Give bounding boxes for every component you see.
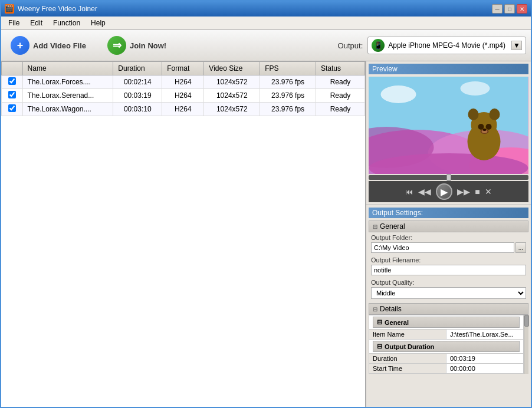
preview-video — [369, 77, 528, 174]
main-content: Name Duration Format Video Size FPS Stat… — [1, 61, 531, 407]
join-now-button[interactable]: ⇒ Join Now! — [103, 34, 171, 57]
browse-folder-button[interactable]: ... — [515, 242, 526, 253]
file-table: Name Duration Format Video Size FPS Stat… — [1, 61, 365, 116]
right-panel: Preview — [366, 61, 531, 407]
preview-image — [369, 77, 528, 174]
col-header-duration[interactable]: Duration — [113, 62, 162, 75]
output-format-arrow[interactable]: ▼ — [511, 41, 522, 50]
row-status: Ready — [316, 103, 364, 116]
play-button[interactable]: ▶ — [436, 183, 452, 200]
forward-button[interactable]: ▶▶ — [457, 187, 470, 196]
output-filename-input[interactable] — [371, 265, 526, 275]
output-folder-row: Output Folder: ... — [369, 232, 528, 255]
output-filename-input-row — [371, 265, 526, 275]
col-header-format[interactable]: Format — [162, 62, 204, 75]
output-quality-label: Output Quality: — [371, 279, 526, 286]
row-format: H264 — [162, 103, 204, 116]
general-collapse-icon: ⊟ — [373, 223, 377, 230]
row-checkbox-cell[interactable] — [2, 89, 23, 103]
row-duration: 00:03:19 — [113, 89, 162, 103]
join-now-icon: ⇒ — [107, 36, 126, 55]
menu-file[interactable]: File — [4, 18, 24, 28]
output-duration-collapse-icon: ⊟ — [377, 343, 382, 350]
output-duration-header: ⊟ Output Duration — [373, 341, 520, 352]
menu-help[interactable]: Help — [86, 18, 110, 28]
add-video-label: Add Video File — [33, 41, 86, 50]
row-checkbox[interactable] — [8, 77, 16, 85]
details-scrollbar[interactable] — [524, 315, 528, 374]
col-header-name[interactable]: Name — [22, 62, 113, 75]
duration-row: Duration 00:03:19 — [369, 354, 524, 364]
title-bar-buttons: ─ □ ✕ — [492, 4, 527, 14]
add-video-button[interactable]: + Add Video File — [6, 34, 91, 57]
general-sub-label: General — [385, 319, 409, 326]
row-duration: 00:02:14 — [113, 75, 162, 89]
details-section-label: Details — [380, 305, 402, 313]
join-now-label: Join Now! — [130, 41, 166, 50]
rewind-button[interactable]: ◀◀ — [418, 187, 431, 196]
item-name-value: J:\test\The.Lorax.Se... — [446, 330, 524, 340]
table-row[interactable]: The.Lorax.Forces.... 00:02:14 H264 1024x… — [2, 75, 365, 89]
output-label: Output: — [338, 41, 363, 50]
row-name: The.Lorax.Forces.... — [22, 75, 113, 89]
output-folder-input[interactable] — [371, 242, 514, 253]
scrollbar-thumb[interactable] — [524, 315, 529, 327]
preview-controls: ⏮ ◀◀ ▶ ▶▶ ■ ✕ — [369, 181, 528, 202]
menu-function[interactable]: Function — [48, 18, 85, 28]
row-duration: 00:03:10 — [113, 103, 162, 116]
row-fps: 23.976 fps — [260, 89, 316, 103]
output-filename-row: Output Filename: — [369, 255, 528, 277]
svg-point-14 — [483, 129, 487, 131]
start-time-value: 00:00:00 — [446, 364, 524, 374]
row-checkbox[interactable] — [8, 91, 16, 98]
maximize-button[interactable]: □ — [504, 4, 515, 14]
details-section-header[interactable]: ⊟ Details — [369, 303, 528, 315]
row-fps: 23.976 fps — [260, 103, 316, 116]
prev-button[interactable]: ⏮ — [405, 187, 413, 196]
col-header-size[interactable]: Video Size — [204, 62, 260, 75]
col-header-fps[interactable]: FPS — [260, 62, 316, 75]
table-row[interactable]: The.Lorax.Serenad... 00:03:19 H264 1024x… — [2, 89, 365, 103]
svg-point-10 — [478, 124, 484, 130]
general-sub-header: ⊟ General — [373, 317, 520, 328]
table-row[interactable]: The.Lorax.Wagon.... 00:03:10 H264 1024x5… — [2, 103, 365, 116]
row-size: 1024x572 — [204, 103, 260, 116]
row-checkbox-cell[interactable] — [2, 75, 23, 89]
svg-point-8 — [468, 108, 479, 120]
output-quality-row: Output Quality: Middle — [369, 277, 528, 301]
row-size: 1024x572 — [204, 89, 260, 103]
output-quality-select[interactable]: Middle — [371, 287, 526, 299]
close-media-button[interactable]: ✕ — [485, 187, 492, 196]
row-checkbox[interactable] — [8, 104, 16, 112]
svg-point-9 — [490, 108, 500, 120]
minimize-button[interactable]: ─ — [492, 4, 503, 14]
preview-scrubber[interactable] — [369, 175, 528, 180]
row-status: Ready — [316, 89, 364, 103]
row-size: 1024x572 — [204, 75, 260, 89]
col-header-status[interactable]: Status — [316, 62, 364, 75]
toolbar-right: Output: 📱 Apple iPhone MPEG-4 Movie (*.m… — [338, 37, 526, 54]
close-button[interactable]: ✕ — [517, 4, 527, 14]
row-status: Ready — [316, 75, 364, 89]
stop-button[interactable]: ■ — [475, 187, 480, 196]
details-collapse-icon: ⊟ — [373, 306, 377, 312]
title-bar: 🎬 Weeny Free Video Joiner ─ □ ✕ — [1, 1, 531, 17]
details-content: ⊟ General Item Name J:\test\The.Lorax.Se… — [369, 315, 528, 374]
details-section: ⊟ Details ⊟ General — [369, 303, 528, 374]
row-fps: 23.976 fps — [260, 75, 316, 89]
menu-bar: File Edit Function Help — [1, 17, 531, 30]
menu-edit[interactable]: Edit — [25, 18, 47, 28]
row-checkbox-cell[interactable] — [2, 103, 23, 116]
row-name: The.Lorax.Serenad... — [22, 89, 113, 103]
scrubber-handle[interactable] — [446, 174, 451, 181]
output-format-dropdown[interactable]: 📱 Apple iPhone MPEG-4 Movie (*.mp4) ▼ — [367, 37, 526, 54]
app-icon: 🎬 — [5, 4, 14, 14]
row-format: H264 — [162, 75, 204, 89]
toolbar: + Add Video File ⇒ Join Now! Output: 📱 A… — [1, 30, 531, 61]
output-filename-label: Output Filename: — [371, 256, 526, 264]
output-duration-label: Output Duration — [385, 343, 434, 350]
settings-label: Output Settings: — [369, 208, 528, 218]
window-title: Weeny Free Video Joiner — [18, 5, 97, 13]
output-format-icon: 📱 — [372, 39, 385, 52]
general-section-header[interactable]: ⊟ General — [369, 221, 528, 232]
